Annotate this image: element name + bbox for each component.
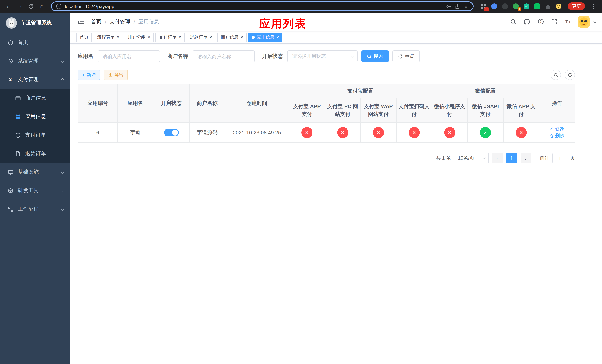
search-icon[interactable] <box>509 18 517 25</box>
tab-refund-orders[interactable]: 退款订单 × <box>187 32 216 42</box>
tab-label: 首页 <box>80 34 88 40</box>
sidebar-item-label: 工作流程 <box>18 206 39 213</box>
merchant-name-input[interactable] <box>193 50 255 62</box>
merchant-name-label: 商户名称 <box>167 53 188 60</box>
sidebar-item-merchant-info[interactable]: 商户信息 <box>0 89 70 107</box>
status-label: 开启状态 <box>262 53 283 60</box>
screen: ← → ⌂ i localhost:1024/pay/app ☆ 10 <box>0 0 602 364</box>
font-size-icon[interactable]: TT <box>564 18 572 25</box>
tab-user-group[interactable]: 用户分组 × <box>125 32 154 42</box>
filter-form: 应用名 商户名称 开启状态 请选择开启状态 搜索 <box>78 50 595 62</box>
add-button[interactable]: + 新增 <box>78 70 100 80</box>
goto-page-input[interactable] <box>552 153 567 163</box>
toggle-search-button[interactable] <box>550 70 561 80</box>
channel-status-icon: × <box>408 127 420 138</box>
delete-button[interactable]: 删除 <box>549 132 565 139</box>
delete-button-label: 删除 <box>555 132 565 139</box>
tab-merchant-info[interactable]: 商户信息 × <box>217 32 247 42</box>
search-button[interactable]: 搜索 <box>361 50 389 62</box>
extension-puzzle-icon[interactable] <box>545 3 551 10</box>
col-app-name: 应用名 <box>118 84 153 122</box>
reset-button[interactable]: 重置 <box>392 50 420 62</box>
col-alipay-pc: 支付宝 PC 网站支付 <box>325 98 360 122</box>
cell-alipay-app: × <box>289 122 325 142</box>
tab-home[interactable]: 首页 <box>76 32 92 42</box>
breadcrumb-current: 应用信息 <box>139 18 159 25</box>
page-size-select[interactable]: 10条/页 <box>455 153 489 163</box>
sidebar-item-workflow[interactable]: 工作流程 <box>0 200 70 218</box>
bookmark-star-icon[interactable]: ☆ <box>464 3 468 9</box>
close-icon[interactable]: × <box>117 35 119 40</box>
table-row: 6 芋道 芋道源码 2021-10-23 08:49:25 × × × × × … <box>78 122 575 142</box>
extension-blue-icon[interactable] <box>491 3 498 10</box>
breadcrumb-separator: / <box>105 19 106 25</box>
sidebar-item-infrastructure[interactable]: 基础设施 <box>0 163 70 182</box>
page-size-value: 10条/页 <box>458 155 474 161</box>
next-page-button[interactable]: › <box>521 153 531 163</box>
monitor-icon <box>7 169 13 175</box>
extension-translate-icon[interactable]: 1 <box>512 3 519 10</box>
sidebar-item-refund-orders[interactable]: 退款订单 <box>0 144 70 163</box>
edit-button-label: 修改 <box>555 126 565 132</box>
url-bar[interactable]: i localhost:1024/pay/app ☆ <box>51 1 473 11</box>
tab-app-info[interactable]: 应用信息 × <box>248 32 282 42</box>
browser-menu-icon[interactable]: ⋮ <box>589 1 598 11</box>
help-icon[interactable]: ? <box>537 18 544 25</box>
github-icon[interactable] <box>523 18 531 25</box>
status-select[interactable]: 请选择开启状态 <box>287 50 358 62</box>
close-icon[interactable]: × <box>178 35 181 40</box>
share-icon[interactable] <box>455 3 460 9</box>
col-alipay-app: 支付宝 APP 支付 <box>289 98 325 122</box>
site-info-icon[interactable]: i <box>56 4 62 9</box>
tab-process-form[interactable]: 流程表单 × <box>94 32 123 42</box>
breadcrumb-home[interactable]: 首页 <box>91 18 101 25</box>
cell-app-id: 6 <box>78 122 118 142</box>
sidebar-item-pay-orders[interactable]: 支付订单 <box>0 126 70 144</box>
top-navbar: 首页 / 支付管理 / 应用信息 ? T <box>70 13 602 31</box>
svg-text:?: ? <box>539 20 541 23</box>
close-icon[interactable]: × <box>276 35 279 40</box>
extension-check-icon[interactable]: ✓ <box>523 3 530 10</box>
app-name-input[interactable] <box>98 50 160 62</box>
col-status: 开启状态 <box>153 84 189 122</box>
close-icon[interactable]: × <box>240 35 243 40</box>
caret-down-icon[interactable] <box>593 20 597 23</box>
page-1-button[interactable]: 1 <box>506 153 517 163</box>
back-icon[interactable]: ← <box>4 1 13 11</box>
toolbox-icon <box>7 188 13 194</box>
breadcrumb-payment[interactable]: 支付管理 <box>110 18 130 25</box>
edit-button[interactable]: 修改 <box>549 126 565 132</box>
password-key-icon[interactable] <box>446 3 452 9</box>
goto-suffix: 页 <box>570 155 575 161</box>
fullscreen-icon[interactable] <box>550 18 558 25</box>
prev-page-button[interactable]: ‹ <box>492 153 503 163</box>
forward-icon[interactable]: → <box>15 1 24 11</box>
sidebar-item-system[interactable]: 系统管理 <box>0 52 70 70</box>
col-group-alipay: 支付宝配置 <box>289 84 432 98</box>
url-text: localhost:1024/pay/app <box>65 3 443 9</box>
refresh-table-button[interactable] <box>565 70 575 80</box>
extension-dark-icon[interactable] <box>502 3 508 10</box>
browser-update-button[interactable]: 更新 <box>568 2 585 10</box>
home-icon[interactable]: ⌂ <box>37 1 47 11</box>
sidebar-item-app-info[interactable]: 应用信息 <box>0 107 70 126</box>
extension-grid-icon[interactable]: 10 <box>480 3 487 10</box>
tab-pay-orders[interactable]: 支付订单 × <box>155 32 184 42</box>
grid-icon <box>15 114 21 120</box>
export-button-label: 导出 <box>114 72 123 78</box>
reload-icon[interactable] <box>26 1 35 11</box>
sidebar-item-home[interactable]: 首页 <box>0 33 70 52</box>
status-switch[interactable] <box>164 129 179 136</box>
sidebar-toggle-icon[interactable] <box>78 18 85 25</box>
extension-emoji-icon[interactable] <box>555 3 562 10</box>
close-icon[interactable]: × <box>148 35 150 40</box>
col-alipay-qr: 支付宝扫码支付 <box>396 98 432 122</box>
close-icon[interactable]: × <box>210 35 212 40</box>
sidebar-item-payment[interactable]: ¥ 支付管理 <box>0 70 70 89</box>
extension-chat-icon[interactable] <box>534 3 540 10</box>
user-avatar[interactable] <box>578 16 590 28</box>
browser-chrome: ← → ⌂ i localhost:1024/pay/app ☆ 10 <box>0 0 602 13</box>
export-button[interactable]: 导出 <box>104 70 128 80</box>
chevron-down-icon <box>61 171 64 174</box>
sidebar-item-devtools[interactable]: 研发工具 <box>0 182 70 200</box>
